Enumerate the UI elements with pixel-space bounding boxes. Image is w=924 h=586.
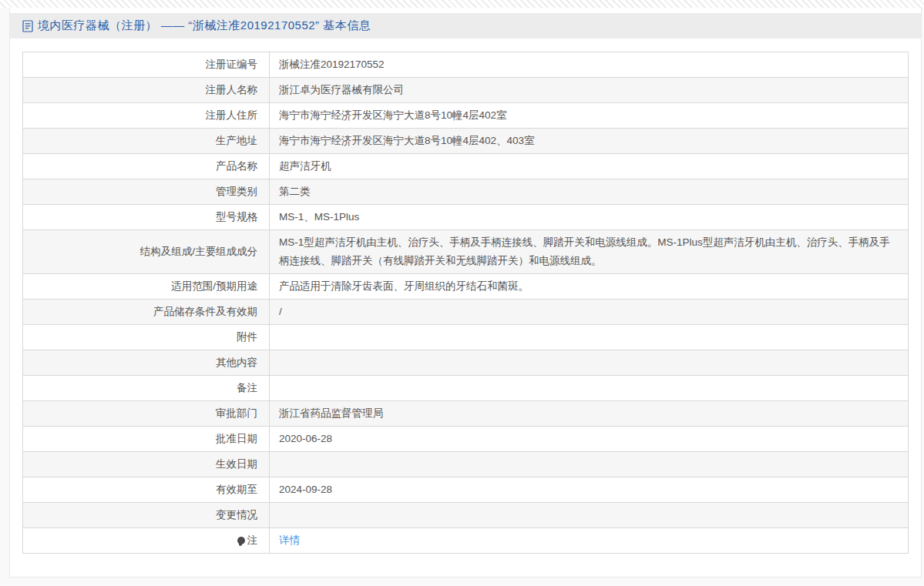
table-row: 批准日期2020-06-28 <box>23 427 909 452</box>
row-label: 注册人住所 <box>23 103 270 129</box>
table-row: 生效日期 <box>23 452 909 477</box>
row-label: 型号规格 <box>23 205 270 230</box>
row-value: 2020-06-28 <box>270 427 909 452</box>
row-label: 管理类别 <box>23 179 270 205</box>
table-row: 注册人住所海宁市海宁经济开发区海宁大道8号10幢4层402室 <box>23 103 909 129</box>
document-icon <box>22 20 33 32</box>
table-row: 注详情 <box>23 528 909 554</box>
row-value <box>270 325 909 350</box>
row-label: 产品名称 <box>23 154 270 179</box>
decorative-top-stripes <box>0 0 924 8</box>
row-label: 生产地址 <box>23 129 270 154</box>
page-title: 境内医疗器械（注册） —— “浙械注准20192170552” 基本信息 <box>38 18 371 33</box>
table-row: 备注 <box>23 376 909 401</box>
table-row: 变更情况 <box>23 503 909 528</box>
row-label: 注册证编号 <box>23 52 270 78</box>
table-row: 产品名称超声洁牙机 <box>23 154 909 179</box>
row-value: / <box>270 300 909 325</box>
row-value: 浙江卓为医疗器械有限公司 <box>270 78 909 103</box>
row-value <box>270 376 909 401</box>
table-row: 管理类别第二类 <box>23 179 909 205</box>
table-row: 其他内容 <box>23 350 909 376</box>
row-value <box>270 350 909 376</box>
row-label: 有效期至 <box>23 477 270 503</box>
row-label: 备注 <box>23 376 270 401</box>
row-label: 变更情况 <box>23 503 270 528</box>
row-value: 2024-09-28 <box>270 477 909 503</box>
section-header: 境内医疗器械（注册） —— “浙械注准20192170552” 基本信息 <box>10 13 921 39</box>
table-row: 注册证编号浙械注准20192170552 <box>23 52 909 78</box>
row-value <box>270 452 909 477</box>
table-row: 结构及组成/主要组成成分MS-1型超声洁牙机由主机、治疗头、手柄及手柄连接线、脚… <box>23 230 909 274</box>
table-row: 型号规格MS-1、MS-1Plus <box>23 205 909 230</box>
row-label: 适用范围/预期用途 <box>23 274 270 300</box>
row-label: 审批部门 <box>23 401 270 427</box>
registration-info-table: 注册证编号浙械注准20192170552注册人名称浙江卓为医疗器械有限公司注册人… <box>22 52 909 554</box>
row-label-text: 注 <box>247 534 258 546</box>
row-value: 超声洁牙机 <box>270 154 909 179</box>
table-row: 产品储存条件及有效期/ <box>23 300 909 325</box>
table-row: 注册人名称浙江卓为医疗器械有限公司 <box>23 78 909 103</box>
row-value: 浙江省药品监督管理局 <box>270 401 909 427</box>
note-bulb-icon <box>237 537 245 544</box>
row-value: MS-1、MS-1Plus <box>270 205 909 230</box>
table-row: 附件 <box>23 325 909 350</box>
table-row: 审批部门浙江省药品监督管理局 <box>23 401 909 427</box>
row-label: 生效日期 <box>23 452 270 477</box>
row-value: 浙械注准20192170552 <box>270 52 909 78</box>
row-value: 海宁市海宁经济开发区海宁大道8号10幢4层402室 <box>270 103 909 129</box>
row-label: 结构及组成/主要组成成分 <box>23 230 270 274</box>
content-card: 境内医疗器械（注册） —— “浙械注准20192170552” 基本信息 注册证… <box>9 8 922 578</box>
row-value: 产品适用于清除牙齿表面、牙周组织的牙结石和菌斑。 <box>270 274 909 300</box>
row-value: 详情 <box>270 528 909 554</box>
row-label: 批准日期 <box>23 427 270 452</box>
row-label: 附件 <box>23 325 270 350</box>
row-value <box>270 503 909 528</box>
row-label: 其他内容 <box>23 350 270 376</box>
row-value: 海宁市海宁经济开发区海宁大道8号10幢4层402、403室 <box>270 129 909 154</box>
details-link[interactable]: 详情 <box>279 534 300 546</box>
table-row: 有效期至2024-09-28 <box>23 477 909 503</box>
row-value: 第二类 <box>270 179 909 205</box>
row-label: 注册人名称 <box>23 78 270 103</box>
table-row: 适用范围/预期用途产品适用于清除牙齿表面、牙周组织的牙结石和菌斑。 <box>23 274 909 300</box>
table-row: 生产地址海宁市海宁经济开发区海宁大道8号10幢4层402、403室 <box>23 129 909 154</box>
row-value: MS-1型超声洁牙机由主机、治疗头、手柄及手柄连接线、脚踏开关和电源线组成。MS… <box>270 230 909 274</box>
row-label: 产品储存条件及有效期 <box>23 300 270 325</box>
row-label: 注 <box>23 528 270 554</box>
